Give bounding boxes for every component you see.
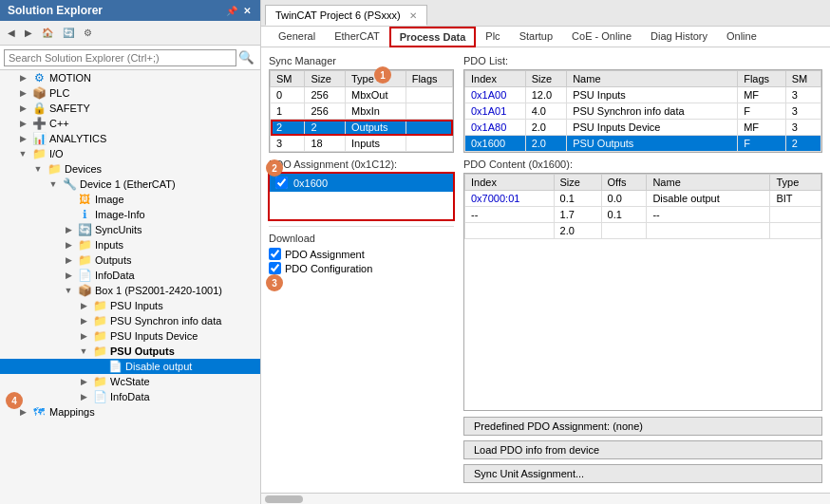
toggle-device1[interactable]: ▼ bbox=[46, 179, 61, 189]
toggle-psuinputsdev[interactable]: ▶ bbox=[76, 331, 91, 341]
tree-item-io[interactable]: ▼ 📁 I/O bbox=[0, 146, 260, 161]
toggle-analytics[interactable]: ▶ bbox=[15, 134, 30, 143]
horizontal-scrollbar[interactable] bbox=[261, 493, 830, 504]
solution-explorer: Solution Explorer 📌 ✕ ◀ ▶ 🏠 🔄 ⚙ 🔍 ▶ ⚙ MO… bbox=[0, 0, 261, 504]
tree-item-mappings[interactable]: ▶ 🗺 Mappings bbox=[0, 404, 260, 420]
pdo-row-1a01[interactable]: 0x1A014.0PSU Synchron info dataF3 bbox=[465, 103, 821, 120]
tab-close-icon[interactable]: ✕ bbox=[409, 10, 417, 21]
tree-item-psuoutputs[interactable]: ▼ 📁 PSU Outputs bbox=[0, 344, 260, 359]
pdo-row-1a80[interactable]: 0x1A802.0PSU Inputs DeviceMF3 bbox=[465, 120, 821, 136]
analytics-icon: 📊 bbox=[30, 132, 47, 145]
psuinputsdev-label: PSU Inputs Device bbox=[108, 330, 199, 342]
toolbar: ◀ ▶ 🏠 🔄 ⚙ bbox=[0, 21, 260, 46]
tree-item-wcstate[interactable]: ▶ 📁 WcState bbox=[0, 374, 260, 389]
toggle-plc[interactable]: ▶ bbox=[15, 88, 30, 98]
home-button[interactable]: 🏠 bbox=[38, 26, 57, 40]
search-button[interactable]: 🔍 bbox=[236, 48, 256, 66]
load-pdo-button[interactable]: Load PDO info from device bbox=[463, 440, 822, 459]
toggle-devices[interactable]: ▼ bbox=[30, 164, 46, 174]
toggle-motion[interactable]: ▶ bbox=[15, 73, 30, 83]
toggle-psuoutputs[interactable]: ▼ bbox=[76, 346, 91, 356]
tree-item-cpp[interactable]: ▶ ➕ C++ bbox=[0, 116, 260, 131]
tree-item-infodata2[interactable]: ▶ 📄 InfoData bbox=[0, 389, 260, 404]
toggle-infodata2[interactable]: ▶ bbox=[76, 392, 91, 401]
tree-item-psuinputsdev[interactable]: ▶ 📁 PSU Inputs Device bbox=[0, 328, 260, 344]
tab-bar: TwinCAT Project 6 (PSxxx) ✕ bbox=[261, 0, 830, 27]
pdo-content-row-2[interactable]: 2.0 bbox=[465, 223, 821, 239]
toggle-psuinputs[interactable]: ▶ bbox=[76, 301, 91, 310]
pdo-assignment-checkbox[interactable] bbox=[269, 248, 281, 260]
sync-unit-button[interactable]: Sync Unit Assignment... bbox=[463, 464, 822, 483]
tab-online[interactable]: Online bbox=[717, 27, 766, 47]
tree-item-imageinfo[interactable]: ▶ ℹ Image-Info bbox=[0, 207, 260, 222]
predefined-pdo-button[interactable]: Predefined PDO Assignment: (none) bbox=[463, 417, 822, 436]
tab-ethercat[interactable]: EtherCAT bbox=[325, 27, 388, 47]
tree-item-devices[interactable]: ▼ 📁 Devices bbox=[0, 161, 260, 177]
tree-item-safety[interactable]: ▶ 🔒 SAFETY bbox=[0, 101, 260, 116]
tree-item-plc[interactable]: ▶ 📦 PLC bbox=[0, 85, 260, 101]
tab-diaghistory[interactable]: Diag History bbox=[641, 27, 717, 47]
infodata-label: InfoData bbox=[93, 270, 137, 281]
infodata2-icon: 📄 bbox=[91, 390, 108, 403]
analytics-label: ANALYTICS bbox=[47, 133, 108, 144]
tab-startup[interactable]: Startup bbox=[510, 27, 562, 47]
refresh-button[interactable]: 🔄 bbox=[59, 26, 78, 40]
tree-item-infodata[interactable]: ▶ 📄 InfoData bbox=[0, 268, 260, 283]
sm-row-3[interactable]: 318Inputs bbox=[271, 136, 453, 152]
tree-item-device1[interactable]: ▼ 🔧 Device 1 (EtherCAT) bbox=[0, 177, 260, 192]
image-label: Image bbox=[93, 194, 126, 205]
search-input[interactable] bbox=[4, 49, 236, 66]
main-tab[interactable]: TwinCAT Project 6 (PSxxx) ✕ bbox=[265, 5, 427, 26]
col-size: Size bbox=[554, 175, 601, 191]
wcstate-icon: 📁 bbox=[91, 375, 108, 388]
pdo-row-1600[interactable]: 0x16002.0PSU OutputsF2 bbox=[465, 136, 821, 152]
sm-row-2[interactable]: 22Outputs bbox=[271, 120, 453, 136]
tree-item-motion[interactable]: ▶ ⚙ MOTION bbox=[0, 70, 260, 85]
pdo-assignment-item-1600[interactable]: 0x1600 bbox=[270, 174, 453, 192]
toggle-syncunits[interactable]: ▶ bbox=[61, 225, 76, 234]
pdo-config-checkbox[interactable] bbox=[269, 262, 281, 274]
tree-item-box1[interactable]: ▼ 📦 Box 1 (PS2001-2420-1001) bbox=[0, 283, 260, 298]
toggle-psusync[interactable]: ▶ bbox=[76, 316, 91, 326]
sm-row-1[interactable]: 1256MbxIn bbox=[271, 103, 453, 120]
toggle-safety[interactable]: ▶ bbox=[15, 103, 30, 113]
tree-item-inputs[interactable]: ▶ 📁 Inputs bbox=[0, 237, 260, 252]
tree-item-outputs[interactable]: ▶ 📁 Outputs bbox=[0, 252, 260, 268]
close-panel-icon[interactable]: ✕ bbox=[241, 5, 253, 17]
toggle-wcstate[interactable]: ▶ bbox=[76, 377, 91, 386]
outputs-label: Outputs bbox=[93, 254, 134, 266]
toggle-infodata[interactable]: ▶ bbox=[61, 271, 76, 280]
download-section: Download PDO Assignment PDO Configuratio… bbox=[269, 226, 454, 276]
pdo-row-1a00[interactable]: 0x1A0012.0PSU InputsMF3 bbox=[465, 87, 821, 103]
right-column: PDO List: Index Size Name Flags SM bbox=[463, 55, 822, 485]
tree-item-disableoutput[interactable]: ▶ 📄 Disable output bbox=[0, 359, 260, 374]
toggle-inputs[interactable]: ▶ bbox=[61, 240, 76, 250]
tree-item-psuinputs[interactable]: ▶ 📁 PSU Inputs bbox=[0, 298, 260, 313]
toggle-cpp[interactable]: ▶ bbox=[15, 119, 30, 128]
safety-icon: 🔒 bbox=[30, 102, 47, 115]
tab-coeonline[interactable]: CoE - Online bbox=[562, 27, 641, 47]
toggle-mappings[interactable]: ▶ bbox=[15, 407, 30, 417]
tab-general[interactable]: General bbox=[269, 27, 325, 47]
pdo-assignment-label-1600: 0x1600 bbox=[293, 177, 328, 189]
tree-item-image[interactable]: ▶ 🖼 Image bbox=[0, 192, 260, 207]
tab-processdata[interactable]: Process Data bbox=[389, 27, 477, 47]
pdo-content-row-1[interactable]: --1.70.1-- bbox=[465, 207, 821, 223]
pin-icon[interactable]: 📌 bbox=[224, 5, 239, 17]
pdo-config-checkbox-label: PDO Configuration bbox=[285, 263, 372, 274]
tree-item-psusync[interactable]: ▶ 📁 PSU Synchron info data bbox=[0, 313, 260, 328]
pdo-checkbox-1600[interactable] bbox=[275, 177, 288, 189]
tree-item-analytics[interactable]: ▶ 📊 ANALYTICS bbox=[0, 131, 260, 146]
pdo-content-row-0[interactable]: 0x7000:010.10.0Disable outputBIT bbox=[465, 191, 821, 207]
pdo-list-title: PDO List: bbox=[463, 55, 822, 66]
tab-plc[interactable]: Plc bbox=[476, 27, 509, 47]
toggle-box1[interactable]: ▼ bbox=[61, 286, 76, 295]
forward-button[interactable]: ▶ bbox=[21, 26, 36, 40]
settings-button[interactable]: ⚙ bbox=[80, 26, 96, 40]
download-label: Download bbox=[269, 233, 454, 244]
back-button[interactable]: ◀ bbox=[4, 26, 19, 40]
tree-item-syncunits[interactable]: ▶ 🔄 SyncUnits bbox=[0, 222, 260, 237]
sm-row-0[interactable]: 0256MbxOut bbox=[271, 87, 453, 103]
toggle-outputs[interactable]: ▶ bbox=[61, 255, 76, 265]
toggle-io[interactable]: ▼ bbox=[15, 149, 30, 159]
